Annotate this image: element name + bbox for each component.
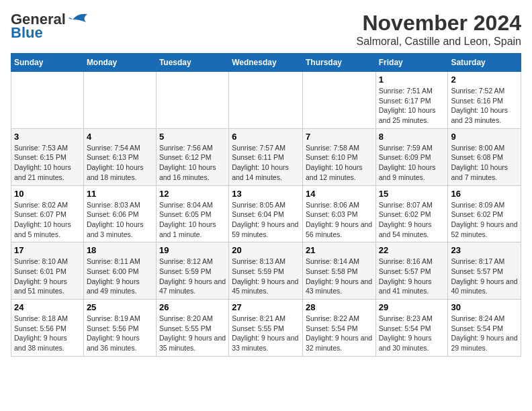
day-info: Sunrise: 8:00 AM Sunset: 6:08 PM Dayligh… bbox=[451, 143, 518, 183]
day-number: 13 bbox=[232, 189, 300, 199]
calendar-cell: 1Sunrise: 7:51 AM Sunset: 6:17 PM Daylig… bbox=[375, 72, 448, 129]
calendar-cell: 15Sunrise: 8:07 AM Sunset: 6:02 PM Dayli… bbox=[375, 185, 448, 242]
calendar-cell: 4Sunrise: 7:54 AM Sunset: 6:13 PM Daylig… bbox=[83, 128, 156, 185]
logo-blue: Blue bbox=[11, 24, 43, 42]
day-number: 11 bbox=[87, 189, 153, 199]
day-info: Sunrise: 8:21 AM Sunset: 5:55 PM Dayligh… bbox=[232, 314, 300, 353]
calendar-cell: 10Sunrise: 8:02 AM Sunset: 6:07 PM Dayli… bbox=[11, 185, 84, 242]
title-area: November 2024 Salmoral, Castille and Leo… bbox=[357, 11, 521, 48]
calendar-cell: 20Sunrise: 8:13 AM Sunset: 5:59 PM Dayli… bbox=[229, 242, 303, 300]
calendar-week-row: 24Sunrise: 8:18 AM Sunset: 5:56 PM Dayli… bbox=[11, 300, 521, 357]
calendar-body: 1Sunrise: 7:51 AM Sunset: 6:17 PM Daylig… bbox=[11, 72, 521, 357]
day-number: 6 bbox=[232, 132, 300, 142]
day-number: 25 bbox=[87, 302, 153, 312]
weekday-header-saturday: Saturday bbox=[448, 54, 521, 72]
day-info: Sunrise: 8:18 AM Sunset: 5:56 PM Dayligh… bbox=[14, 314, 81, 353]
weekday-header-monday: Monday bbox=[83, 54, 156, 72]
calendar-cell: 26Sunrise: 8:20 AM Sunset: 5:55 PM Dayli… bbox=[156, 300, 228, 357]
day-number: 27 bbox=[232, 302, 300, 312]
day-number: 26 bbox=[159, 302, 226, 312]
day-info: Sunrise: 7:52 AM Sunset: 6:16 PM Dayligh… bbox=[451, 86, 518, 126]
day-info: Sunrise: 8:05 AM Sunset: 6:04 PM Dayligh… bbox=[232, 200, 300, 240]
day-number: 29 bbox=[379, 302, 445, 312]
day-number: 20 bbox=[232, 245, 300, 255]
day-info: Sunrise: 8:23 AM Sunset: 5:54 PM Dayligh… bbox=[379, 314, 445, 353]
calendar-cell: 5Sunrise: 7:56 AM Sunset: 6:12 PM Daylig… bbox=[156, 128, 228, 185]
day-number: 18 bbox=[87, 245, 153, 255]
calendar-cell: 17Sunrise: 8:10 AM Sunset: 6:01 PM Dayli… bbox=[11, 242, 84, 300]
day-info: Sunrise: 8:16 AM Sunset: 5:57 PM Dayligh… bbox=[379, 257, 445, 296]
day-number: 19 bbox=[159, 245, 226, 255]
weekday-header-sunday: Sunday bbox=[11, 54, 84, 72]
day-number: 30 bbox=[451, 302, 518, 312]
calendar-cell bbox=[83, 72, 156, 129]
calendar-cell: 29Sunrise: 8:23 AM Sunset: 5:54 PM Dayli… bbox=[375, 300, 448, 357]
calendar-cell: 3Sunrise: 7:53 AM Sunset: 6:15 PM Daylig… bbox=[11, 128, 84, 185]
day-info: Sunrise: 8:02 AM Sunset: 6:07 PM Dayligh… bbox=[14, 200, 81, 240]
calendar-cell: 25Sunrise: 8:19 AM Sunset: 5:56 PM Dayli… bbox=[83, 300, 156, 357]
day-info: Sunrise: 8:20 AM Sunset: 5:55 PM Dayligh… bbox=[159, 314, 226, 353]
day-info: Sunrise: 8:03 AM Sunset: 6:06 PM Dayligh… bbox=[87, 200, 153, 240]
day-number: 8 bbox=[379, 132, 445, 142]
calendar-cell: 14Sunrise: 8:06 AM Sunset: 6:03 PM Dayli… bbox=[302, 185, 375, 242]
day-info: Sunrise: 8:14 AM Sunset: 5:58 PM Dayligh… bbox=[306, 257, 373, 296]
weekday-header-thursday: Thursday bbox=[302, 54, 375, 72]
day-info: Sunrise: 7:58 AM Sunset: 6:10 PM Dayligh… bbox=[306, 143, 373, 183]
day-info: Sunrise: 8:07 AM Sunset: 6:02 PM Dayligh… bbox=[379, 200, 445, 240]
weekday-header-wednesday: Wednesday bbox=[229, 54, 303, 72]
calendar-cell: 13Sunrise: 8:05 AM Sunset: 6:04 PM Dayli… bbox=[229, 185, 303, 242]
calendar-week-row: 1Sunrise: 7:51 AM Sunset: 6:17 PM Daylig… bbox=[11, 72, 521, 129]
day-number: 28 bbox=[306, 302, 373, 312]
weekday-header-friday: Friday bbox=[375, 54, 448, 72]
calendar-week-row: 17Sunrise: 8:10 AM Sunset: 6:01 PM Dayli… bbox=[11, 242, 521, 300]
calendar-cell: 11Sunrise: 8:03 AM Sunset: 6:06 PM Dayli… bbox=[83, 185, 156, 242]
calendar-cell: 18Sunrise: 8:11 AM Sunset: 6:00 PM Dayli… bbox=[83, 242, 156, 300]
day-number: 16 bbox=[451, 189, 518, 199]
calendar-header: SundayMondayTuesdayWednesdayThursdayFrid… bbox=[11, 54, 521, 72]
calendar-cell: 28Sunrise: 8:22 AM Sunset: 5:54 PM Dayli… bbox=[302, 300, 375, 357]
calendar-cell: 23Sunrise: 8:17 AM Sunset: 5:57 PM Dayli… bbox=[448, 242, 521, 300]
weekday-header-tuesday: Tuesday bbox=[156, 54, 228, 72]
calendar-table: SundayMondayTuesdayWednesdayThursdayFrid… bbox=[11, 53, 521, 357]
calendar-cell bbox=[229, 72, 303, 129]
day-info: Sunrise: 8:09 AM Sunset: 6:02 PM Dayligh… bbox=[451, 200, 518, 240]
calendar-cell: 19Sunrise: 8:12 AM Sunset: 5:59 PM Dayli… bbox=[156, 242, 228, 300]
day-info: Sunrise: 8:22 AM Sunset: 5:54 PM Dayligh… bbox=[306, 314, 373, 353]
day-number: 9 bbox=[451, 132, 518, 142]
day-number: 15 bbox=[379, 189, 445, 199]
day-info: Sunrise: 8:06 AM Sunset: 6:03 PM Dayligh… bbox=[306, 200, 373, 240]
calendar-cell: 9Sunrise: 8:00 AM Sunset: 6:08 PM Daylig… bbox=[448, 128, 521, 185]
day-number: 24 bbox=[14, 302, 81, 312]
day-number: 4 bbox=[87, 132, 153, 142]
day-info: Sunrise: 8:11 AM Sunset: 6:00 PM Dayligh… bbox=[87, 257, 153, 296]
calendar-cell: 12Sunrise: 8:04 AM Sunset: 6:05 PM Dayli… bbox=[156, 185, 228, 242]
logo: General Blue bbox=[11, 11, 89, 42]
day-info: Sunrise: 7:51 AM Sunset: 6:17 PM Dayligh… bbox=[379, 86, 445, 126]
calendar-cell bbox=[302, 72, 375, 129]
calendar-week-row: 3Sunrise: 7:53 AM Sunset: 6:15 PM Daylig… bbox=[11, 128, 521, 185]
calendar-cell: 21Sunrise: 8:14 AM Sunset: 5:58 PM Dayli… bbox=[302, 242, 375, 300]
month-title: November 2024 bbox=[357, 11, 521, 36]
calendar-cell: 27Sunrise: 8:21 AM Sunset: 5:55 PM Dayli… bbox=[229, 300, 303, 357]
day-number: 7 bbox=[306, 132, 373, 142]
calendar-cell: 16Sunrise: 8:09 AM Sunset: 6:02 PM Dayli… bbox=[448, 185, 521, 242]
day-number: 17 bbox=[14, 245, 81, 255]
day-info: Sunrise: 8:13 AM Sunset: 5:59 PM Dayligh… bbox=[232, 257, 300, 296]
day-number: 23 bbox=[451, 245, 518, 255]
day-info: Sunrise: 7:59 AM Sunset: 6:09 PM Dayligh… bbox=[379, 143, 445, 183]
calendar-cell: 30Sunrise: 8:24 AM Sunset: 5:54 PM Dayli… bbox=[448, 300, 521, 357]
calendar-cell: 2Sunrise: 7:52 AM Sunset: 6:16 PM Daylig… bbox=[448, 72, 521, 129]
calendar-cell: 8Sunrise: 7:59 AM Sunset: 6:09 PM Daylig… bbox=[375, 128, 448, 185]
day-info: Sunrise: 7:53 AM Sunset: 6:15 PM Dayligh… bbox=[14, 143, 81, 183]
day-number: 14 bbox=[306, 189, 373, 199]
day-number: 5 bbox=[159, 132, 226, 142]
day-info: Sunrise: 7:54 AM Sunset: 6:13 PM Dayligh… bbox=[87, 143, 153, 183]
day-info: Sunrise: 7:57 AM Sunset: 6:11 PM Dayligh… bbox=[232, 143, 300, 183]
day-info: Sunrise: 8:17 AM Sunset: 5:57 PM Dayligh… bbox=[451, 257, 518, 296]
day-info: Sunrise: 7:56 AM Sunset: 6:12 PM Dayligh… bbox=[159, 143, 226, 183]
calendar-week-row: 10Sunrise: 8:02 AM Sunset: 6:07 PM Dayli… bbox=[11, 185, 521, 242]
day-number: 12 bbox=[159, 189, 226, 199]
calendar-cell: 7Sunrise: 7:58 AM Sunset: 6:10 PM Daylig… bbox=[302, 128, 375, 185]
logo-bird-icon bbox=[67, 13, 89, 26]
calendar-cell: 6Sunrise: 7:57 AM Sunset: 6:11 PM Daylig… bbox=[229, 128, 303, 185]
